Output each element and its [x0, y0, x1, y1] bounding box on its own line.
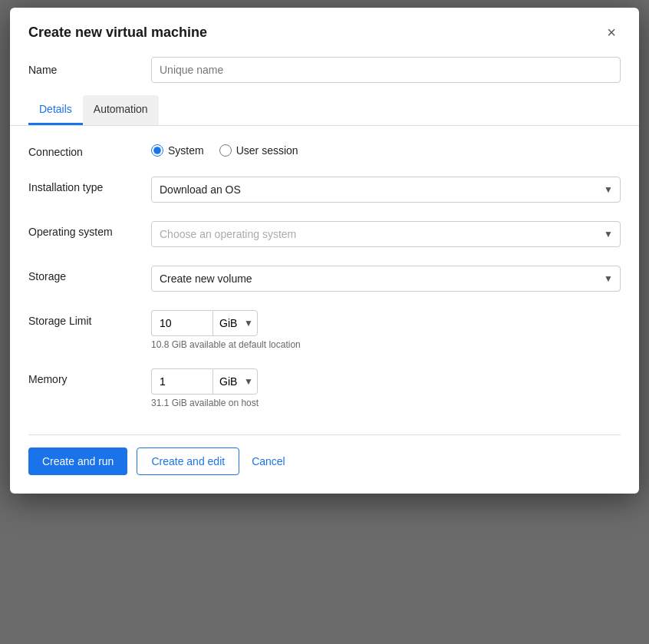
cancel-button[interactable]: Cancel [249, 447, 288, 475]
connection-control: System User session [151, 141, 621, 157]
dialog-footer: Create and run Create and edit Cancel [10, 435, 639, 494]
tab-details[interactable]: Details [28, 95, 83, 125]
operating-system-select[interactable]: Choose an operating system [151, 221, 621, 247]
memory-input[interactable] [151, 368, 212, 395]
storage-limit-unit-control: MiB GiB TiB ▼ [151, 310, 621, 336]
close-button[interactable]: × [602, 23, 621, 41]
create-vm-dialog: Create new virtual machine × Name Detail… [10, 8, 639, 494]
storage-select[interactable]: Create new volume Select or create custo… [151, 266, 621, 292]
memory-label: Memory [28, 368, 151, 385]
name-row: Name [10, 54, 639, 95]
storage-limit-label: Storage Limit [28, 310, 151, 327]
memory-unit-control: MiB GiB ▼ [151, 368, 621, 395]
storage-limit-input[interactable] [151, 310, 212, 336]
connection-system-option[interactable]: System [151, 144, 204, 157]
installation-type-control: Download an OS Local install media Netwo… [151, 177, 621, 203]
dialog-header: Create new virtual machine × [10, 8, 639, 54]
connection-user-option[interactable]: User session [219, 144, 298, 157]
connection-label: Connection [28, 141, 151, 158]
installation-type-select[interactable]: Download an OS Local install media Netwo… [151, 177, 621, 203]
storage-limit-hint: 10.8 GiB available at default location [151, 339, 621, 350]
name-input[interactable] [151, 57, 621, 83]
memory-control: MiB GiB ▼ 31.1 GiB available on host [151, 368, 621, 408]
dialog-overlay: Create new virtual machine × Name Detail… [0, 0, 649, 644]
tab-automation[interactable]: Automation [83, 95, 159, 125]
operating-system-control: Choose an operating system ▼ [151, 221, 621, 247]
connection-system-label: System [168, 144, 204, 157]
create-and-run-button[interactable]: Create and run [28, 447, 127, 475]
connection-row: Connection System User session [28, 141, 621, 158]
connection-system-radio[interactable] [151, 144, 163, 157]
connection-user-label: User session [236, 144, 298, 157]
storage-select-wrapper: Create new volume Select or create custo… [151, 266, 621, 292]
form-body: Connection System User session [10, 126, 639, 434]
memory-unit-wrapper: MiB GiB ▼ [212, 368, 258, 395]
storage-row: Storage Create new volume Select or crea… [28, 266, 621, 292]
memory-row: Memory MiB GiB ▼ 31.1 GiB available on h… [28, 368, 621, 408]
name-label: Name [28, 64, 151, 76]
installation-type-select-wrapper: Download an OS Local install media Netwo… [151, 177, 621, 203]
operating-system-label: Operating system [28, 221, 151, 238]
storage-limit-row: Storage Limit MiB GiB TiB ▼ [28, 310, 621, 350]
operating-system-select-wrapper: Choose an operating system ▼ [151, 221, 621, 247]
storage-control: Create new volume Select or create custo… [151, 266, 621, 292]
storage-limit-control: MiB GiB TiB ▼ 10.8 GiB available at defa… [151, 310, 621, 350]
dialog-title: Create new virtual machine [28, 25, 207, 41]
installation-type-label: Installation type [28, 177, 151, 193]
storage-limit-unit-select[interactable]: MiB GiB TiB [212, 310, 258, 336]
installation-type-row: Installation type Download an OS Local i… [28, 177, 621, 203]
memory-hint: 31.1 GiB available on host [151, 398, 621, 408]
tabs-row: Details Automation [10, 95, 639, 126]
connection-radio-group: System User session [151, 141, 621, 157]
storage-limit-unit-wrapper: MiB GiB TiB ▼ [212, 310, 258, 336]
storage-label: Storage [28, 266, 151, 282]
create-and-edit-button[interactable]: Create and edit [137, 447, 239, 475]
connection-user-radio[interactable] [219, 144, 232, 157]
memory-unit-select[interactable]: MiB GiB [212, 368, 258, 395]
operating-system-row: Operating system Choose an operating sys… [28, 221, 621, 247]
